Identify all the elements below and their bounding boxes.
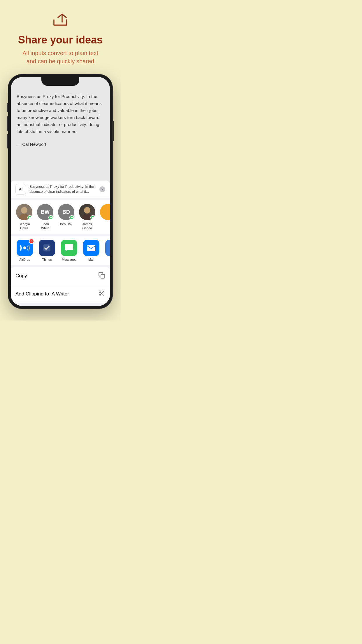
contact-avatar-georgia	[16, 204, 32, 220]
app-name-messages: Messages	[62, 258, 76, 261]
text-content-area: Busyness as Proxy for Productivity: In t…	[11, 87, 110, 181]
preview-row: AI Busyness as Proxy for Productivity: I…	[11, 181, 110, 198]
add-clipping-label: Add Clipping to iA Writer	[15, 291, 69, 297]
contact-name-ben: Ben Day	[60, 222, 72, 226]
phone-mockup: Busyness as Proxy for Productivity: In t…	[8, 74, 113, 309]
contact-avatar-extra	[100, 204, 110, 220]
message-badge-james	[90, 215, 95, 220]
app-item-extra[interactable]	[104, 240, 110, 261]
app-item-mail[interactable]: Mail	[82, 240, 101, 261]
quote-text: Busyness as Proxy for Productivity: In t…	[17, 93, 104, 135]
app-icon-extra	[105, 240, 110, 256]
preview-close-button[interactable]: ✕	[99, 186, 105, 192]
header-section: Share your ideas All inputs convert to p…	[18, 12, 103, 65]
contact-james-gadea[interactable]: JamesGadea	[78, 204, 96, 230]
app-name-things: Things	[42, 258, 52, 261]
share-icon	[52, 12, 68, 30]
action-add-clipping[interactable]: Add Clipping to iA Writer	[11, 285, 110, 303]
phone-notch	[41, 77, 79, 86]
preview-text: Busyness as Proxy for Productivity: In t…	[29, 184, 96, 194]
apps-row: 3 AirDrop	[11, 236, 110, 265]
app-item-messages[interactable]: Messages	[60, 240, 78, 261]
share-sheet: AI Busyness as Proxy for Productivity: I…	[11, 181, 110, 306]
contact-ben-day[interactable]: BD Ben Day	[57, 204, 75, 230]
app-icon-mail	[83, 240, 99, 256]
action-copy[interactable]: Copy	[11, 267, 110, 285]
contact-avatar-ben: BD	[58, 204, 74, 220]
contact-avatar-james	[79, 204, 95, 220]
message-badge-georgia	[27, 215, 32, 220]
contact-name-georgia: GeorgiaDavis	[18, 222, 30, 230]
svg-point-3	[84, 207, 90, 214]
contact-brian-white[interactable]: BW BrianWhite	[36, 204, 54, 230]
main-title: Share your ideas	[18, 34, 103, 46]
svg-point-0	[21, 207, 27, 214]
app-item-airdrop[interactable]: 3 AirDrop	[15, 240, 34, 261]
copy-label: Copy	[15, 273, 27, 279]
phone-screen: Busyness as Proxy for Productivity: In t…	[11, 77, 110, 306]
quote-author: — Cal Newport	[17, 141, 104, 148]
action-list: Copy Add Clipping to iA Writer	[11, 267, 110, 303]
contact-avatar-brian: BW	[37, 204, 53, 220]
message-badge-brian	[48, 215, 53, 220]
copy-icon	[98, 272, 105, 280]
svg-point-5	[23, 246, 26, 249]
app-name-mail: Mail	[88, 258, 94, 261]
contacts-row: GeorgiaDavis BW BrianWhite	[11, 200, 110, 234]
contact-georgia-davis[interactable]: GeorgiaDavis	[15, 204, 33, 230]
app-icon-airdrop: 3	[17, 240, 33, 256]
app-icon-messages	[61, 240, 77, 256]
scissors-icon	[98, 290, 105, 298]
phone-content: Busyness as Proxy for Productivity: In t…	[11, 77, 110, 306]
app-icon-things	[39, 240, 55, 256]
contact-extra[interactable]	[99, 204, 110, 230]
app-name-airdrop: AirDrop	[19, 258, 30, 261]
subtitle: All inputs convert to plain textand can …	[22, 49, 98, 65]
app-item-things[interactable]: Things	[38, 240, 56, 261]
contact-name-james: JamesGadea	[82, 222, 92, 230]
contact-name-brian: BrianWhite	[41, 222, 49, 230]
airdrop-badge: 3	[29, 239, 34, 244]
message-badge-ben	[69, 215, 74, 220]
svg-rect-8	[101, 274, 105, 278]
ia-logo: AI	[15, 184, 26, 195]
